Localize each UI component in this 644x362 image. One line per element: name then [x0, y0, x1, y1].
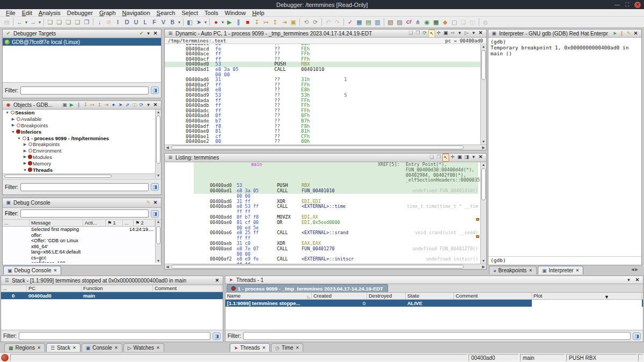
record-icon[interactable]: ● [211, 18, 221, 27]
auto-read-icon[interactable]: ▷ [463, 30, 470, 38]
play-circle-icon[interactable]: ◉ [422, 18, 431, 27]
column-header[interactable]: Function [82, 285, 153, 292]
tree-node[interactable]: ▶Breakpoints [3, 141, 155, 148]
resume-icon[interactable]: ▶ [225, 18, 234, 27]
page-icon[interactable]: ▢ [450, 18, 459, 27]
column-header[interactable]: ... [123, 220, 134, 227]
letters-menu-icon[interactable]: ▾ [177, 18, 181, 27]
attach-icon[interactable]: ⇗ [124, 102, 131, 108]
export-icon[interactable]: ❏ [459, 18, 468, 27]
resume-icon[interactable]: ▶ [68, 102, 75, 108]
copy-icon[interactable]: ❏ [428, 154, 435, 162]
listing-row[interactable]: 00400ae081 cf 00OREDI,0x5eed0000 [165, 220, 480, 226]
launch-menu-icon[interactable]: ▾ [203, 18, 208, 27]
console-vscrollbar[interactable]: ▲ ▼ [155, 220, 161, 263]
tab-debug-console[interactable]: ▣ Debug Console ✕ [3, 266, 61, 274]
tab-regions[interactable]: ▦Regions✕ [4, 343, 45, 352]
filter-options-icon[interactable]: ◨ [151, 210, 159, 218]
disassembly-row[interactable]: 00400ad631??31h1 [165, 77, 480, 83]
expand-icon[interactable]: ▶ [11, 117, 16, 121]
minimize-icon[interactable]: — [614, 2, 620, 8]
display-icon[interactable]: ▣ [61, 102, 68, 108]
disassembly-row[interactable]: 00400ad1e8 3a 05CALL00401010 [165, 67, 480, 73]
plot-range-icon[interactable]: ▼ [604, 294, 609, 299]
snapshot-page-icon[interactable]: ❐ [82, 18, 91, 27]
menu-navigation[interactable]: Navigation [119, 9, 153, 17]
close-icon[interactable]: ✕ [632, 30, 639, 37]
tab-close-icon[interactable]: ✕ [37, 345, 41, 350]
listing-row[interactable]: 00400ae6e8 25 ffCALL<EXTERNAL>::srandvoi… [165, 230, 480, 236]
connect-target-icon[interactable]: ✔ [138, 30, 145, 37]
menu-window[interactable]: Window [222, 9, 249, 17]
tab-interpreter[interactable]: ▣Interpreter✕ [538, 266, 583, 274]
disassembly-row[interactable]: 00400ae081??81h [165, 129, 480, 134]
column-header[interactable]: PC [27, 285, 82, 292]
panel-menu-icon[interactable]: ▾ [145, 102, 152, 108]
close-icon[interactable]: ✕ [152, 199, 159, 206]
record-menu-icon[interactable]: ▾ [221, 18, 225, 27]
disassembly-row[interactable]: 00400adbff??FFh [165, 103, 480, 108]
expand-icon[interactable]: ▶ [23, 155, 27, 159]
copy-icon[interactable]: ❏ [407, 30, 414, 38]
function-name[interactable]: main [251, 162, 262, 168]
objects-hscrollbar[interactable] [3, 173, 155, 178]
objects-filter-input[interactable] [20, 183, 149, 191]
validate-icon[interactable]: ✓ [346, 18, 355, 27]
maximize-icon[interactable]: ⛶ [625, 2, 629, 8]
disassembly-row[interactable]: 00400aceff??FFh [165, 52, 480, 57]
clear-code-icon[interactable]: ⊘ [104, 18, 113, 27]
track-pc-icon[interactable]: ✛ [435, 30, 442, 38]
menu-select[interactable]: Select [178, 9, 201, 17]
listing-row[interactable]: 00400aede8 7e 07CALLFUN_00401270undefine… [165, 247, 480, 252]
filter-options-icon[interactable]: ◨ [151, 86, 159, 94]
tree-node[interactable]: ▼Threads [3, 166, 155, 173]
close-icon[interactable]: ✕ [634, 277, 641, 284]
tree-node[interactable]: ▶Modules [3, 154, 155, 161]
tab-close-icon[interactable]: ✕ [529, 268, 532, 273]
tab-scroll-arrows[interactable]: ◀ ▶ [631, 267, 638, 272]
disassembly-row[interactable]: 00400adeb7??B7h [165, 119, 480, 124]
target-row[interactable]: GDB@7fce8f7e local (Linux) [3, 38, 161, 46]
stack-frame-row[interactable]: 000400ad0main [1, 292, 223, 299]
menu-graph[interactable]: Graph [96, 9, 119, 17]
column-header[interactable]: Comment [153, 285, 222, 292]
step-out-icon[interactable]: ↥ [270, 18, 280, 27]
disassembly-row[interactable]: 00400ad7ff??FFh [165, 83, 480, 88]
tree-node[interactable]: ▶Available [3, 116, 155, 122]
disassembly-row[interactable]: 00400ad953??53hS [165, 93, 480, 98]
nav-back-menu-icon[interactable]: ▾ [24, 18, 28, 27]
camera-icon[interactable]: ▣ [442, 30, 449, 38]
menu-edit[interactable]: Edit [19, 9, 35, 17]
step-into-icon[interactable]: ↧ [82, 102, 89, 108]
filter-options-icon[interactable]: ◨ [633, 332, 641, 340]
menu-analysis[interactable]: Analysis [35, 9, 64, 17]
function-f-icon[interactable]: F [150, 18, 159, 27]
listing-row[interactable]: 00400ad8e8 53 ffCALL<EXTERNAL>::timetime… [165, 204, 480, 209]
sync-out-icon[interactable]: ⟳ [311, 18, 320, 27]
column-header[interactable]: Name◺ [225, 293, 312, 299]
nav-back-icon[interactable]: ← [15, 18, 24, 27]
disassembly-row[interactable]: 00400adff8??F8h [165, 124, 480, 129]
step-out-icon[interactable]: ↥ [96, 102, 103, 108]
tree-node[interactable]: ▶Environment [3, 148, 155, 154]
interrupt-icon[interactable]: ∥ [75, 102, 82, 108]
diamond-icon[interactable]: ◆ [441, 18, 450, 27]
skip-icon[interactable]: ▣ [289, 18, 298, 27]
close-icon[interactable]: ✕ [152, 30, 159, 37]
pin-icon[interactable]: ➤ [611, 30, 618, 37]
tab-close-icon[interactable]: ✕ [114, 345, 118, 350]
tree-node[interactable]: ▼Session [3, 110, 155, 116]
tab-watches[interactable]: ▷Watches✕ [123, 343, 164, 352]
paste-icon[interactable]: ❏ [55, 18, 64, 27]
step-over-icon[interactable]: ↦ [261, 18, 270, 27]
cursor-location-icon[interactable]: ↖ [442, 154, 449, 162]
step-last-icon[interactable]: ⇥ [103, 102, 110, 108]
redo-icon[interactable]: ↷ [333, 18, 342, 27]
expand-icon[interactable]: ▶ [23, 149, 27, 153]
copy-special-icon[interactable]: ❏ [46, 18, 55, 27]
copy-bytes-icon[interactable]: ❏ [64, 18, 73, 27]
goto-menu-icon[interactable]: ▾ [456, 30, 463, 38]
edit-mode-icon[interactable]: ✎ [625, 30, 632, 37]
track-pc-icon[interactable]: ✛ [449, 154, 456, 162]
column-header[interactable]: Message [30, 220, 83, 227]
